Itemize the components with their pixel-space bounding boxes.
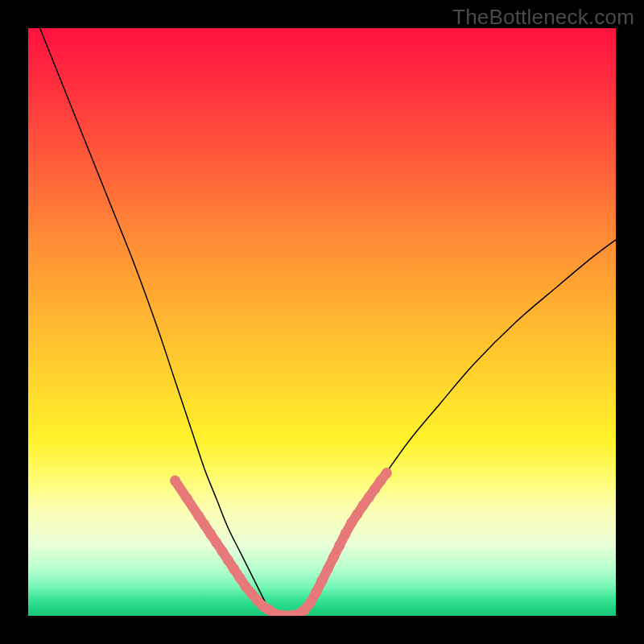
pink-bead-dot <box>205 528 216 539</box>
pink-bead-dot <box>341 528 351 539</box>
pink-bead-dot <box>346 518 357 528</box>
pink-bead-dot <box>382 468 392 478</box>
outer-frame: TheBottleneck.com <box>0 0 644 644</box>
pink-bead-dot <box>323 564 333 574</box>
pink-bead-dot <box>170 476 180 486</box>
pink-bead-dot <box>200 519 210 530</box>
pink-bead-dot <box>234 572 245 583</box>
pink-bead-dot <box>182 493 192 504</box>
pink-bead-dot <box>193 510 204 521</box>
pink-bead-dot <box>211 537 221 547</box>
pink-bead-dot <box>217 546 227 556</box>
pink-bead-dot <box>317 576 328 586</box>
plot-area <box>28 28 616 616</box>
left-curve <box>40 28 270 610</box>
pink-bead-dot <box>305 597 316 608</box>
pink-bead-dot <box>311 587 321 597</box>
pink-bead-dot <box>223 555 233 565</box>
pink-bead-dot <box>229 564 239 574</box>
pink-bead-dot <box>334 540 345 551</box>
curves-layer <box>28 28 616 616</box>
pink-overlay <box>170 468 392 616</box>
pink-bead-dot <box>352 509 362 519</box>
watermark-text: TheBottleneck.com <box>452 5 634 30</box>
right-curve <box>304 240 616 610</box>
pink-bead-dot <box>328 552 339 563</box>
